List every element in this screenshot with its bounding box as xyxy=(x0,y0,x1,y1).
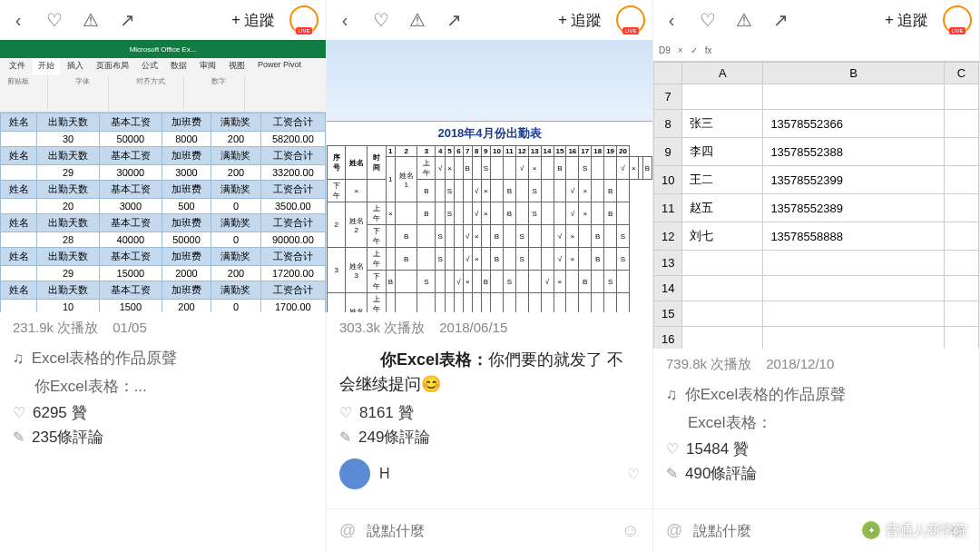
commenter-avatar[interactable] xyxy=(339,458,370,489)
share-icon[interactable]: ↗ xyxy=(769,9,791,31)
heart-icon[interactable]: ♡ xyxy=(44,9,65,31)
avatar-live-icon[interactable] xyxy=(616,5,645,34)
video-panel-2: ‹ ♡ ⚠ ↗ +追蹤 2018年4月份出勤表 序号姓名时间1234567891… xyxy=(327,0,653,552)
follow-button[interactable]: + 追蹤 xyxy=(231,10,275,31)
play-meta: 739.8k 次播放 2018/12/10 xyxy=(653,349,979,380)
attendance-title: 2018年4月份出勤表 xyxy=(327,122,652,145)
comment-icon: ✎ xyxy=(13,429,24,446)
play-count: 231.9k 次播放 xyxy=(13,320,98,337)
play-date: 2018/06/15 xyxy=(439,320,507,337)
wechat-icon: ✦ xyxy=(862,521,880,539)
back-icon[interactable]: ‹ xyxy=(661,10,682,31)
share-icon[interactable]: ↗ xyxy=(443,9,465,31)
video-thumbnail[interactable]: Microsoft Office Ex... 文件 开始 插入 页面布局 公式 … xyxy=(0,40,326,312)
music-icon: ♫ xyxy=(666,386,678,404)
heart-outline-icon: ♡ xyxy=(666,440,679,458)
old-excel-ribbon xyxy=(327,40,652,122)
play-date: 2018/12/10 xyxy=(766,356,834,373)
attendance-grid: 序号姓名时间12345678910111213141516171819201姓名… xyxy=(327,145,652,312)
video-thumbnail[interactable]: D9 ×✓ fx ABC78张三135785523669李四1357855238… xyxy=(653,40,979,349)
author-line[interactable]: Excel表格： xyxy=(653,409,979,437)
comment-bar: @ ☺ xyxy=(327,508,652,552)
sound-line[interactable]: ♫ 你Excel表格的作品原聲 xyxy=(653,380,979,409)
heart-outline-icon: ♡ xyxy=(13,404,25,421)
comment-icon: ✎ xyxy=(666,465,678,482)
avatar-live-icon[interactable] xyxy=(943,5,972,34)
sound-line[interactable]: ♫ Excel表格的作品原聲 xyxy=(0,344,326,372)
play-count: 739.8k 次播放 xyxy=(666,356,751,373)
play-meta: 303.3k 次播放 2018/06/15 xyxy=(327,312,652,344)
share-icon[interactable]: ↗ xyxy=(116,9,138,31)
play-meta: 231.9k 次播放 01/05 xyxy=(0,312,326,344)
comments-line[interactable]: ✎ 490條評論 xyxy=(653,461,979,486)
cell-ref: D9 xyxy=(659,45,671,55)
heart-outline-icon[interactable]: ♡ xyxy=(627,466,640,483)
heart-outline-icon: ♡ xyxy=(339,404,352,421)
emoji-icon[interactable]: ☺ xyxy=(622,520,640,541)
topbar: ‹ ♡ ⚠ ↗ + 追蹤 xyxy=(0,0,326,40)
spreadsheet-table: ABC78张三135785523669李四1357855238810王二1357… xyxy=(653,62,979,349)
warning-icon[interactable]: ⚠ xyxy=(407,9,428,31)
formula-bar: D9 ×✓ fx xyxy=(653,40,979,62)
topbar: ‹ ♡ ⚠ ↗ +追蹤 xyxy=(327,0,652,40)
music-icon: ♫ xyxy=(13,350,24,368)
avatar-live-icon[interactable] xyxy=(289,5,318,34)
author-line[interactable]: 你Excel表格：... xyxy=(0,372,326,400)
topbar: ‹ ♡ ⚠ ↗ +追蹤 xyxy=(653,0,979,40)
fx-icon: fx xyxy=(705,45,712,55)
heart-icon[interactable]: ♡ xyxy=(697,9,719,31)
mention-icon[interactable]: @ xyxy=(339,521,356,540)
likes-line[interactable]: ♡ 15484 贊 xyxy=(653,437,979,461)
back-icon[interactable]: ‹ xyxy=(7,10,29,31)
back-icon[interactable]: ‹ xyxy=(334,10,356,31)
comment-icon: ✎ xyxy=(339,429,351,446)
warning-icon[interactable]: ⚠ xyxy=(733,9,755,31)
play-count: 303.3k 次播放 xyxy=(339,320,425,337)
mention-icon[interactable]: @ xyxy=(666,521,682,540)
heart-icon[interactable]: ♡ xyxy=(370,9,392,31)
excel-sheet: 姓名出勤天数基本工资加班费满勤奖工资合计3050000800020058200.… xyxy=(0,113,326,312)
likes-line[interactable]: ♡ 8161 贊 xyxy=(327,400,652,425)
follow-button[interactable]: +追蹤 xyxy=(885,10,928,31)
follow-button[interactable]: +追蹤 xyxy=(558,10,602,31)
video-thumbnail[interactable]: 2018年4月份出勤表 序号姓名时间1234567891011121314151… xyxy=(327,40,652,312)
play-date: 01/05 xyxy=(113,320,147,337)
likes-line[interactable]: ♡ 6295 贊 xyxy=(0,400,326,425)
watermark: ✦ 普通人商学院 xyxy=(862,521,967,539)
comments-line[interactable]: ✎ 235條評論 xyxy=(0,425,326,449)
commenter-initial: H xyxy=(379,466,390,482)
comment-input[interactable] xyxy=(367,523,610,539)
description: 你Excel表格：你們要的就发了 不会继续提问😊 xyxy=(327,344,652,400)
video-panel-1: ‹ ♡ ⚠ ↗ + 追蹤 Microsoft Office Ex... 文件 开… xyxy=(0,0,327,552)
video-panel-3: ‹ ♡ ⚠ ↗ +追蹤 D9 ×✓ fx ABC78张三135785523669… xyxy=(653,0,980,552)
warning-icon[interactable]: ⚠ xyxy=(80,9,102,31)
excel-tabs: 文件 开始 插入 页面布局 公式 数据 审阅 视图 Power Pivot xyxy=(0,58,326,74)
excel-ribbon: Microsoft Office Ex... 文件 开始 插入 页面布局 公式 … xyxy=(0,40,326,113)
excel-titlebar: Microsoft Office Ex... xyxy=(0,40,326,58)
excel-ribbon-groups: 剪贴板 字体 对齐方式 数字 xyxy=(0,74,326,113)
comments-line[interactable]: ✎ 249條評論 xyxy=(327,425,652,449)
